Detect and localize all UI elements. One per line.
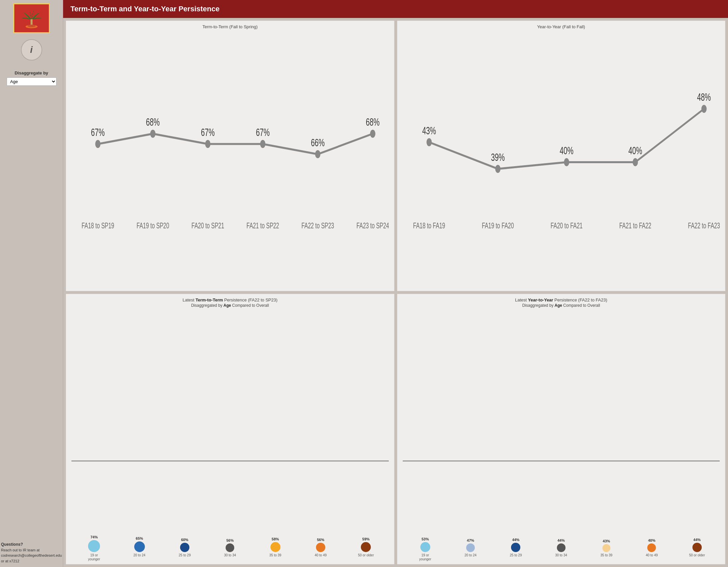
x-label: 19 oryounger xyxy=(71,553,117,561)
svg-text:66%: 66% xyxy=(311,137,325,148)
x-label: 40 to 49 xyxy=(629,553,674,561)
svg-text:FA22 to FA23: FA22 to FA23 xyxy=(688,221,720,230)
dot-col: 60% xyxy=(162,538,207,552)
info-icon: i xyxy=(21,39,42,60)
reference-line xyxy=(403,461,720,461)
dot-pct: 44% xyxy=(693,538,701,542)
ttt-line-panel: Term-to-Term (Fall to Spring) 67%FA18 to… xyxy=(66,21,394,291)
svg-text:68%: 68% xyxy=(146,116,159,128)
dot-circle xyxy=(647,543,656,552)
svg-text:FA21 to SP22: FA21 to SP22 xyxy=(247,221,279,230)
dot-pct: 56% xyxy=(317,538,324,542)
ttt-dot-chart: 74%65%60%56%58%56%59% 19 oryounger20 to … xyxy=(71,310,389,561)
x-label: 20 to 24 xyxy=(448,553,493,561)
reference-line xyxy=(71,461,389,461)
svg-text:40%: 40% xyxy=(628,145,642,156)
yty-line-panel: Year-to-Year (Fall to Fall) 43%FA18 to F… xyxy=(397,21,726,291)
x-label: 30 to 34 xyxy=(539,553,584,561)
dot-circle xyxy=(557,543,566,552)
yty-dot-chart: 53%47%44%44%43%40%44% 19 oryounger20 to … xyxy=(403,310,720,561)
yty-dot-subtitle: Disaggregated by Age Compared to Overall xyxy=(403,303,720,308)
yty-line-svg: 43%FA18 to FA1939%FA19 to FA2040%FA20 to… xyxy=(403,30,720,288)
svg-text:FA20 to FA21: FA20 to FA21 xyxy=(550,221,582,230)
yty-x-labels: 19 oryounger20 to 2425 to 2930 to 3435 t… xyxy=(403,553,720,561)
ttt-x-labels: 19 oryounger20 to 2425 to 2930 to 3435 t… xyxy=(71,553,389,561)
sidebar: i Disaggregate by Age Gender Ethnicity Q… xyxy=(0,0,63,567)
svg-text:67%: 67% xyxy=(256,127,269,138)
dot-circle xyxy=(692,543,702,552)
ttt-dots-row: 74%65%60%56%58%56%59% xyxy=(71,310,389,553)
logo-icon xyxy=(20,7,43,30)
page-title: Term-to-Term and Year-to-Year Persistenc… xyxy=(70,5,220,13)
svg-point-13 xyxy=(260,140,265,148)
dot-circle xyxy=(180,543,189,552)
charts-grid: Term-to-Term (Fall to Spring) 67%FA18 to… xyxy=(63,18,728,567)
svg-text:40%: 40% xyxy=(560,145,573,156)
svg-point-22 xyxy=(426,138,432,146)
dot-col: 56% xyxy=(207,538,253,552)
svg-point-3 xyxy=(28,25,36,27)
page-header: Term-to-Term and Year-to-Year Persistenc… xyxy=(63,0,728,18)
dot-pct: 44% xyxy=(558,538,565,542)
svg-point-16 xyxy=(315,150,320,158)
svg-text:67%: 67% xyxy=(91,127,105,138)
dot-col: 43% xyxy=(584,539,629,552)
dot-col: 74% xyxy=(71,535,117,552)
dot-pct: 40% xyxy=(648,538,655,542)
svg-text:FA18 to FA19: FA18 to FA19 xyxy=(413,221,445,230)
ttt-dot-panel: Latest Term-to-Term Persistence (FA22 to… xyxy=(66,294,394,564)
questions-body: Reach out to IR team atcodresearch@colle… xyxy=(1,548,62,563)
dot-circle xyxy=(361,542,371,552)
svg-point-28 xyxy=(564,158,569,166)
logo xyxy=(13,3,50,33)
dot-col: 40% xyxy=(629,538,674,552)
dot-col: 47% xyxy=(448,538,493,552)
dot-pct: 44% xyxy=(512,538,519,542)
dot-circle xyxy=(420,542,430,552)
svg-text:67%: 67% xyxy=(201,127,215,138)
svg-point-31 xyxy=(633,158,638,166)
x-label: 50 or older xyxy=(343,553,388,561)
dot-circle xyxy=(602,544,610,552)
svg-point-10 xyxy=(205,140,210,148)
x-label: 30 to 34 xyxy=(207,553,253,561)
x-label: 35 to 39 xyxy=(253,553,298,561)
svg-point-34 xyxy=(701,105,706,113)
dot-col: 59% xyxy=(343,537,388,552)
x-label: 19 oryounger xyxy=(403,553,448,561)
svg-text:FA18 to SP19: FA18 to SP19 xyxy=(81,221,114,230)
svg-text:48%: 48% xyxy=(697,91,711,103)
dot-pct: 53% xyxy=(422,537,429,541)
x-label: 50 or older xyxy=(675,553,720,561)
svg-point-4 xyxy=(95,140,101,148)
svg-point-19 xyxy=(370,130,375,138)
x-label: 35 to 39 xyxy=(584,553,629,561)
dot-pct: 56% xyxy=(226,538,234,542)
dot-col: 44% xyxy=(539,538,584,552)
dot-col: 58% xyxy=(253,537,298,552)
svg-text:FA19 to FA20: FA19 to FA20 xyxy=(482,221,514,230)
dot-col: 44% xyxy=(675,538,720,552)
svg-point-25 xyxy=(495,165,500,173)
ttt-line-title: Term-to-Term (Fall to Spring) xyxy=(71,24,389,29)
ttt-line-svg: 67%FA18 to SP1968%FA19 to SP2067%FA20 to… xyxy=(71,30,389,288)
dot-circle xyxy=(511,543,520,552)
ttt-line-chart: 67%FA18 to SP1968%FA19 to SP2067%FA20 to… xyxy=(71,30,389,288)
dot-col: 44% xyxy=(493,538,538,552)
dot-pct: 47% xyxy=(467,538,474,542)
dot-circle xyxy=(270,542,280,552)
dot-pct: 59% xyxy=(362,537,369,541)
dot-pct: 58% xyxy=(272,537,279,541)
dot-circle xyxy=(466,543,475,552)
svg-text:FA23 to SP24: FA23 to SP24 xyxy=(357,221,389,230)
dot-pct: 74% xyxy=(90,535,98,539)
svg-text:39%: 39% xyxy=(491,151,504,163)
x-label: 25 to 29 xyxy=(162,553,207,561)
ttt-dot-subtitle: Disaggregated by Age Compared to Overall xyxy=(71,303,389,308)
disaggregate-label: Disaggregate by xyxy=(15,70,48,75)
dot-circle xyxy=(134,541,145,552)
x-label: 40 to 49 xyxy=(298,553,343,561)
yty-dot-panel: Latest Year-to-Year Persistence (FA22 to… xyxy=(397,294,726,564)
dot-col: 53% xyxy=(403,537,448,552)
disaggregate-select[interactable]: Age Gender Ethnicity xyxy=(7,77,56,86)
